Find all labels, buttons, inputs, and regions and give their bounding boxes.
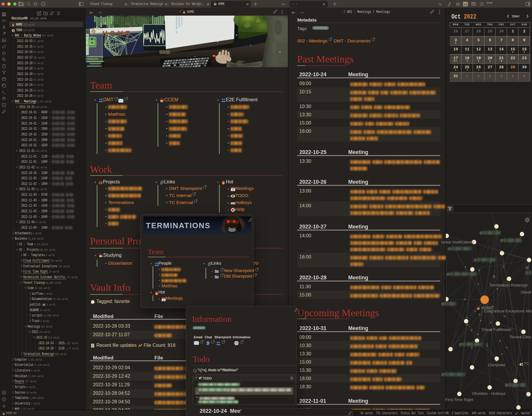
svg-text:17: 17 xyxy=(231,188,234,191)
svg-text:17: 17 xyxy=(163,299,165,301)
svg-text:TERMINATIONS: TERMINATIONS xyxy=(146,221,211,230)
